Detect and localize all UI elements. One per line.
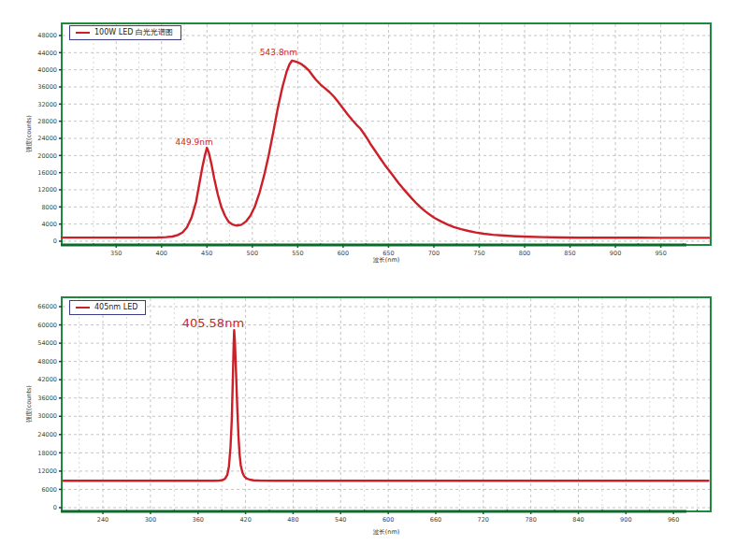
- svg-text:480: 480: [287, 516, 298, 524]
- plot-frame: [62, 23, 711, 245]
- svg-text:20000: 20000: [37, 152, 57, 160]
- svg-text:48000: 48000: [37, 358, 57, 366]
- svg-text:420: 420: [239, 516, 251, 524]
- svg-text:6000: 6000: [41, 486, 57, 494]
- svg-text:8000: 8000: [41, 204, 57, 211]
- svg-text:66000: 66000: [37, 303, 57, 310]
- svg-text:24000: 24000: [37, 135, 57, 142]
- svg-text:4000: 4000: [41, 221, 57, 228]
- y-axis-label-intensity: 强度(counts): [25, 115, 34, 152]
- peak-label-543nm: 543.8nm: [260, 49, 297, 57]
- tick-labels: 2403003604204805406006607207808409009600…: [37, 303, 679, 524]
- svg-text:28000: 28000: [37, 118, 57, 125]
- svg-text:540: 540: [335, 516, 346, 524]
- svg-text:24000: 24000: [37, 431, 57, 438]
- legend-line-sample-icon: [76, 307, 90, 309]
- chart-0: 3504004505005506006507007508008509009500…: [37, 23, 711, 257]
- svg-text:48000: 48000: [37, 32, 57, 39]
- led-spectra-page: 3504004505005506006507007508008509009500…: [0, 0, 750, 560]
- svg-text:840: 840: [572, 516, 584, 524]
- svg-text:12000: 12000: [37, 186, 57, 194]
- svg-text:780: 780: [525, 516, 536, 524]
- svg-text:0: 0: [53, 237, 57, 245]
- svg-text:44000: 44000: [37, 50, 57, 57]
- svg-text:600: 600: [382, 516, 394, 524]
- svg-text:40000: 40000: [37, 66, 57, 74]
- svg-text:12000: 12000: [37, 467, 57, 475]
- x-axis-label-wavelength: 波长(nm): [62, 256, 711, 265]
- svg-text:18000: 18000: [37, 450, 57, 457]
- tick-labels: 3504004505005506006507007508008509009500…: [37, 32, 667, 257]
- legend-white-led: 100W LED 白光光谱图: [69, 25, 181, 40]
- svg-text:720: 720: [478, 516, 489, 524]
- svg-text:660: 660: [430, 516, 441, 524]
- tick-marks: [59, 307, 698, 514]
- svg-text:30000: 30000: [37, 412, 57, 420]
- x-axis-label-wavelength: 波长(nm): [62, 528, 711, 537]
- grid-lines: [63, 298, 710, 510]
- spectra-canvas: 3504004505005506006507007508008509009500…: [0, 0, 750, 560]
- svg-text:60000: 60000: [37, 322, 57, 329]
- svg-text:360: 360: [193, 516, 204, 524]
- plot-frame: [62, 297, 711, 511]
- svg-text:0: 0: [53, 504, 57, 511]
- svg-text:300: 300: [145, 516, 156, 524]
- legend-line-sample-icon: [76, 32, 90, 34]
- svg-text:960: 960: [668, 516, 679, 524]
- spectrum-curve: [64, 330, 709, 481]
- grid-lines: [63, 24, 710, 244]
- svg-text:240: 240: [97, 516, 108, 524]
- tick-marks: [59, 36, 684, 248]
- svg-text:36000: 36000: [37, 395, 57, 402]
- legend-405nm-led: 405nm LED: [69, 300, 146, 315]
- svg-text:54000: 54000: [37, 339, 57, 347]
- chart-1: 2403003604204805406006607207808409009600…: [37, 297, 711, 524]
- svg-text:900: 900: [620, 516, 631, 524]
- svg-text:32000: 32000: [37, 101, 57, 108]
- svg-text:16000: 16000: [37, 169, 57, 177]
- y-axis-label-intensity: 强度(counts): [25, 385, 34, 423]
- legend-label: 405nm LED: [94, 303, 137, 312]
- peak-label-449nm: 449.9nm: [176, 138, 213, 147]
- svg-text:36000: 36000: [37, 83, 57, 91]
- peak-label-405nm: 405.58nm: [182, 317, 244, 329]
- legend-label: 100W LED 白光光谱图: [94, 28, 173, 37]
- svg-text:42000: 42000: [37, 376, 57, 383]
